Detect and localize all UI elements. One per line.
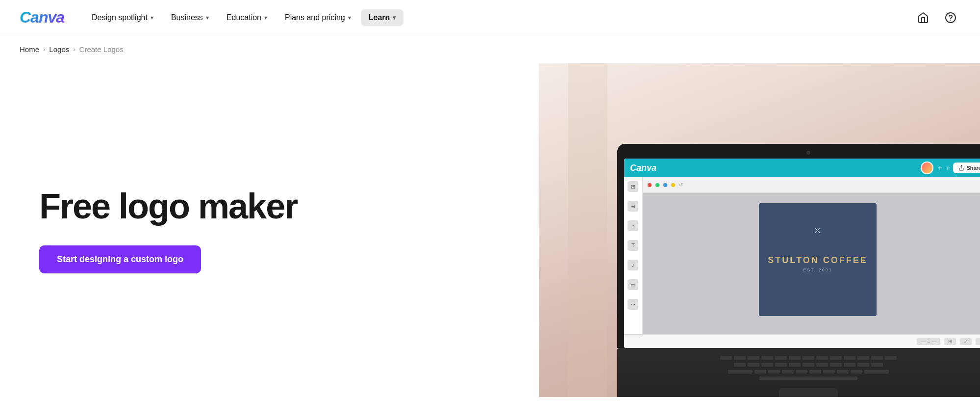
share-button-label: Share xyxy=(966,165,980,171)
key xyxy=(809,370,821,374)
key xyxy=(789,356,801,360)
nav-learn[interactable]: Learn ▾ xyxy=(361,9,404,26)
key xyxy=(789,363,801,367)
editor-sidebar: ⊞ ⊕ ↑ T ♪ ▭ ··· xyxy=(624,177,643,334)
nav-business-label: Business xyxy=(171,13,203,22)
chevron-down-icon: ▾ xyxy=(206,14,209,21)
key xyxy=(720,356,732,360)
key xyxy=(768,370,780,374)
laptop-screen: Canva ＋ ⌗ Share ⊞ xyxy=(624,159,980,348)
editor-chart-icon: ⌗ xyxy=(946,164,950,172)
help-button[interactable] xyxy=(941,8,960,27)
editor-logo: Canva xyxy=(630,163,656,173)
color-green-dot xyxy=(655,183,659,187)
breadcrumb: Home › Logos › Create Logos xyxy=(0,35,980,63)
key xyxy=(734,356,746,360)
editor-topbar: Canva ＋ ⌗ Share xyxy=(624,159,980,177)
key xyxy=(857,363,869,367)
key xyxy=(796,370,807,374)
editor-avatar xyxy=(921,161,933,174)
fullscreen-control[interactable]: ⤢ xyxy=(960,338,972,345)
sidebar-upload-icon[interactable]: ↑ xyxy=(628,220,638,231)
share-icon xyxy=(958,165,964,171)
home-icon xyxy=(917,12,929,24)
hero-image-section: Canva ＋ ⌗ Share ⊞ xyxy=(539,63,980,397)
nav-links: Design spotlight ▾ Business ▾ Education … xyxy=(84,9,913,26)
laptop-camera xyxy=(806,151,810,155)
home-button[interactable] xyxy=(913,8,933,27)
hero-section: Free logo maker Start designing a custom… xyxy=(0,63,539,397)
key xyxy=(871,356,883,360)
key xyxy=(803,356,814,360)
nav-business[interactable]: Business ▾ xyxy=(163,9,217,26)
key xyxy=(761,356,773,360)
keyboard-row-1 xyxy=(627,356,980,360)
chevron-down-icon: ▾ xyxy=(393,14,396,21)
cta-button[interactable]: Start designing a custom logo xyxy=(39,245,201,273)
design-card-subtitle: EST. 2001 xyxy=(803,268,832,272)
sidebar-audio-icon[interactable]: ♪ xyxy=(628,260,638,270)
refresh-icon: ↺ xyxy=(679,182,683,188)
logo-container[interactable]: Canva xyxy=(20,8,64,27)
design-card-title: STULTON COFFEE xyxy=(768,255,867,266)
key xyxy=(775,356,787,360)
keyboard-rows xyxy=(617,348,980,388)
color-yellow-dot xyxy=(671,183,675,187)
key xyxy=(782,370,794,374)
laptop-keyboard xyxy=(617,348,980,397)
breadcrumb-logos[interactable]: Logos xyxy=(49,45,69,54)
color-blue-dot xyxy=(663,183,667,187)
key xyxy=(761,363,773,367)
key xyxy=(734,363,746,367)
key xyxy=(803,363,814,367)
chevron-down-icon: ▾ xyxy=(151,14,153,21)
background-curtain xyxy=(568,63,607,397)
key xyxy=(844,356,855,360)
laptop-mockup: Canva ＋ ⌗ Share ⊞ xyxy=(617,144,980,397)
key-wide xyxy=(864,370,889,374)
chevron-down-icon: ▾ xyxy=(348,14,351,21)
key xyxy=(754,370,766,374)
sidebar-elements-icon[interactable]: ⊕ xyxy=(628,201,638,212)
key xyxy=(857,356,869,360)
breadcrumb-separator-1: › xyxy=(43,46,45,53)
sidebar-template-icon[interactable]: ⊞ xyxy=(628,181,638,192)
nav-design-spotlight[interactable]: Design spotlight ▾ xyxy=(84,9,161,26)
design-cross-icon: ✕ xyxy=(814,225,821,236)
hero-title: Free logo maker xyxy=(39,187,509,226)
page-control[interactable]: ⊞ xyxy=(944,338,956,345)
breadcrumb-separator-2: › xyxy=(73,46,75,53)
sidebar-text-icon[interactable]: T xyxy=(628,240,638,251)
key xyxy=(823,370,835,374)
key xyxy=(885,356,897,360)
key xyxy=(837,370,849,374)
canva-logo[interactable]: Canva xyxy=(20,8,64,26)
nav-learn-label: Learn xyxy=(369,13,390,22)
sidebar-video-icon[interactable]: ▭ xyxy=(628,279,638,290)
breadcrumb-current: Create Logos xyxy=(79,45,124,54)
zoom-control[interactable]: — ○ — xyxy=(917,338,940,345)
breadcrumb-home[interactable]: Home xyxy=(20,45,39,54)
nav-education[interactable]: Education ▾ xyxy=(219,9,275,26)
settings-control[interactable]: ⚙ xyxy=(976,338,980,345)
navbar-right xyxy=(913,8,960,27)
chevron-down-icon: ▾ xyxy=(264,14,267,21)
help-icon xyxy=(945,12,956,24)
trackpad xyxy=(779,388,838,397)
key xyxy=(830,356,842,360)
editor-share-button[interactable]: Share xyxy=(953,162,980,173)
keyboard-row-2 xyxy=(627,363,980,367)
editor-topbar-right: ＋ ⌗ Share xyxy=(921,161,980,174)
sidebar-more-icon[interactable]: ··· xyxy=(628,299,638,310)
editor-plus-icon: ＋ xyxy=(936,163,943,172)
key xyxy=(748,363,759,367)
editor-body: ⊞ ⊕ ↑ T ♪ ▭ ··· xyxy=(624,177,980,334)
key xyxy=(851,370,862,374)
key xyxy=(816,356,828,360)
navbar: Canva Design spotlight ▾ Business ▾ Educ… xyxy=(0,0,980,35)
nav-plans-pricing[interactable]: Plans and pricing ▾ xyxy=(277,9,359,26)
main-content: Free logo maker Start designing a custom… xyxy=(0,63,980,397)
keyboard-row-spacebar xyxy=(627,376,980,380)
key xyxy=(748,356,759,360)
editor-bottombar: — ○ — ⊞ ⤢ ⚙ xyxy=(624,334,980,348)
